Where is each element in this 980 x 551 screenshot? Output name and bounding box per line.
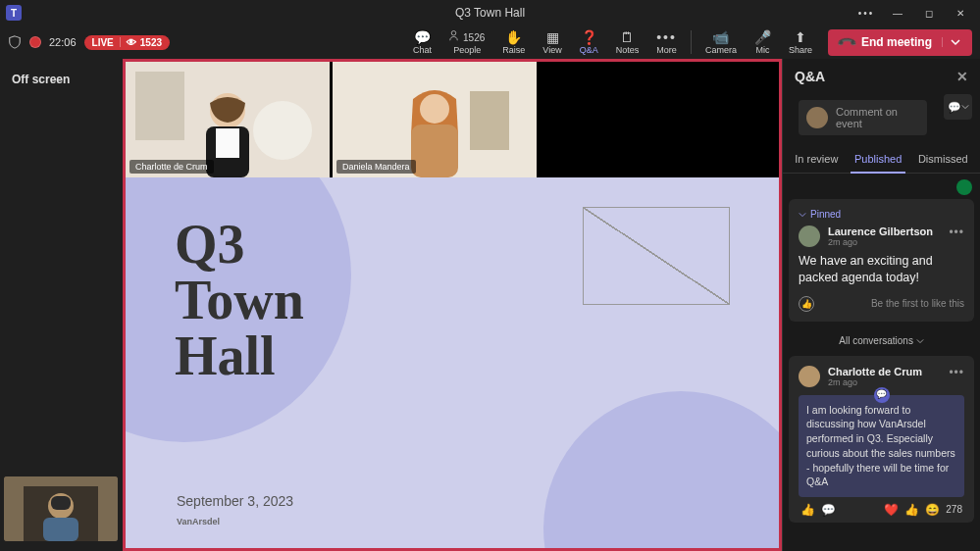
reaction-thumbs-up-icon[interactable]: 👍 [800, 503, 815, 517]
qa-message: We have an exciting and packed agenda to… [799, 253, 964, 286]
author-avatar [799, 225, 820, 247]
qa-panel-title: Q&A [795, 69, 825, 84]
svg-rect-11 [216, 128, 239, 158]
slide-date: September 3, 2023 [177, 493, 293, 509]
more-icon: ••• [656, 29, 677, 44]
speaker-name-label: Daniela Mandera [336, 160, 416, 174]
svg-rect-13 [470, 91, 509, 150]
camera-button[interactable]: 📹 Camera [697, 26, 745, 58]
svg-point-8 [253, 101, 312, 160]
qa-author: Laurence Gilbertson [828, 225, 941, 237]
comment-input-box[interactable]: Comment on event [799, 100, 927, 135]
notes-button[interactable]: 🗒 Notes [608, 26, 647, 58]
maximize-icon[interactable]: ◻ [915, 2, 943, 24]
hand-icon: ✋ [505, 29, 522, 44]
qa-timestamp: 2m ago [828, 237, 941, 247]
grid-icon: ▦ [546, 29, 559, 44]
slide-title-1: Q3 [175, 217, 730, 273]
pinned-indicator: Pinned [799, 209, 964, 220]
eye-icon: 👁 [127, 37, 136, 48]
svg-rect-5 [43, 518, 78, 541]
chat-button[interactable]: 💬 Chat [405, 26, 439, 58]
reply-icon[interactable]: 💬 [821, 503, 836, 517]
close-window-icon[interactable]: ✕ [947, 2, 974, 24]
people-button[interactable]: 1526 People [441, 26, 492, 58]
slide-title-2: Town [175, 273, 730, 328]
all-conversations-toggle[interactable]: All conversations [789, 331, 974, 356]
qa-item-more-icon[interactable]: ••• [949, 366, 964, 379]
qa-list[interactable]: Pinned Laurence Gilbertson 2m ago ••• We… [783, 174, 980, 551]
reaction-heart-icon[interactable]: ❤️ [884, 503, 899, 517]
speakers-strip: Charlotte de Crum Daniela Mandera [126, 62, 779, 177]
recording-icon [29, 36, 41, 48]
live-badge[interactable]: LIVE 👁 1523 [84, 35, 170, 50]
qa-icon: ❓ [581, 29, 597, 44]
tab-dismissed[interactable]: Dismissed [914, 149, 972, 173]
share-button[interactable]: ⬆ Share [781, 26, 820, 58]
share-icon: ⬆ [795, 29, 806, 44]
chevron-down-icon [961, 103, 969, 111]
titlebar: T Q3 Town Hall ••• — ◻ ✕ [0, 0, 980, 25]
raise-hand-button[interactable]: ✋ Raise [494, 26, 533, 58]
hangup-icon: 📞 [837, 31, 858, 53]
shared-slide: Q3 Town Hall September 3, 2023 VanArsdel [126, 177, 779, 548]
speaker-name-label: Charlotte de Crum [129, 160, 214, 174]
notes-icon: 🗒 [620, 29, 634, 44]
more-button[interactable]: ••• More [648, 26, 685, 58]
reaction-count: 278 [946, 504, 962, 515]
comment-mode-dropdown[interactable]: 💬 [943, 94, 972, 120]
slide-title-3: Hall [175, 328, 730, 384]
svg-rect-7 [135, 72, 184, 140]
minimize-icon[interactable]: — [884, 2, 911, 24]
self-video-tile[interactable] [4, 476, 118, 541]
chevron-down-icon [951, 37, 960, 47]
close-panel-icon[interactable]: ✕ [956, 69, 968, 84]
end-meeting-button[interactable]: 📞 End meeting [828, 29, 972, 56]
reaction-thumbs-up-icon[interactable]: 👍 [904, 503, 919, 517]
highlight-badge-icon: 💬 [874, 387, 890, 403]
tab-published[interactable]: Published [851, 149, 905, 173]
svg-point-0 [451, 30, 456, 35]
qa-panel: Q&A ✕ Comment on event 💬 In review Publi… [782, 59, 980, 551]
qa-button[interactable]: ❓ Q&A [572, 26, 606, 58]
presentation-stage: Charlotte de Crum Daniela Mandera Q3 [123, 59, 782, 551]
chevron-down-icon[interactable] [799, 211, 806, 219]
speaker-tile[interactable]: Daniela Mandera [333, 62, 537, 177]
like-prompt: Be the first to like this [871, 298, 964, 309]
qa-timestamp: 2m ago [828, 377, 941, 387]
live-label: LIVE [92, 37, 114, 48]
tab-in-review[interactable]: In review [791, 149, 842, 173]
end-dropdown[interactable] [942, 37, 960, 47]
user-avatar [806, 107, 828, 128]
author-avatar [799, 366, 820, 387]
qa-card: Charlotte de Crum 2m ago ••• 💬 I am look… [789, 356, 974, 523]
qa-tabs: In review Published Dismissed [783, 141, 980, 174]
left-rail: Off screen [0, 59, 123, 551]
view-button[interactable]: ▦ View [535, 26, 569, 58]
teams-logo-icon: T [6, 5, 22, 21]
meeting-timer: 22:06 [49, 36, 77, 48]
highlighted-comment: 💬 I am looking forward to discussing how… [799, 395, 964, 497]
chat-icon: 💬 [414, 29, 431, 44]
svg-point-15 [420, 94, 449, 124]
qa-card-pinned: Pinned Laurence Gilbertson 2m ago ••• We… [789, 199, 974, 322]
speech-icon: 💬 [948, 101, 961, 114]
shield-icon [8, 35, 22, 49]
svg-rect-4 [51, 496, 71, 510]
window-title: Q3 Town Hall [261, 6, 719, 20]
speaker-tile[interactable]: Charlotte de Crum [126, 62, 330, 177]
qa-author: Charlotte de Crum [828, 366, 941, 377]
qa-item-more-icon[interactable]: ••• [949, 225, 964, 239]
reaction-laugh-icon[interactable]: 😄 [925, 503, 940, 517]
mic-button[interactable]: 🎤 Mic [747, 26, 779, 58]
slide-brand: VanArsdel [177, 517, 220, 526]
meeting-toolbar: 22:06 LIVE 👁 1523 💬 Chat 1526 People ✋ R… [0, 25, 980, 59]
like-button[interactable]: 👍 [799, 296, 814, 312]
svg-rect-16 [411, 125, 458, 177]
camera-icon: 📹 [712, 29, 729, 44]
viewer-count: 1523 [140, 37, 162, 48]
more-window-icon[interactable]: ••• [852, 2, 880, 24]
people-icon: 1526 [449, 29, 485, 44]
mic-icon: 🎤 [754, 29, 771, 44]
comment-placeholder: Comment on event [836, 106, 919, 129]
